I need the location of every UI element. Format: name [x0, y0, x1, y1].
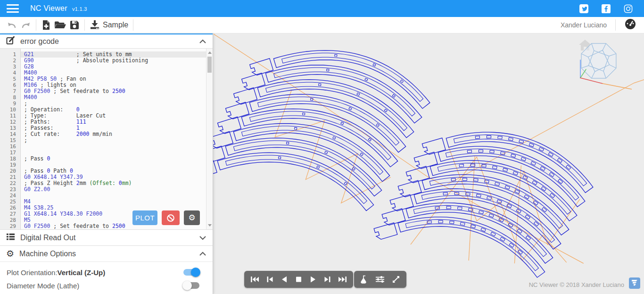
plot-button[interactable]: PLOT: [132, 210, 157, 225]
chevron-down-icon[interactable]: [199, 234, 206, 242]
cut-slot: [497, 200, 502, 203]
cut-slot: [487, 136, 491, 138]
code-line[interactable]: [24, 143, 213, 150]
code-line[interactable]: [24, 150, 213, 156]
toolbar-separator: [133, 19, 133, 31]
cut-path-head: [250, 59, 273, 75]
rapid-move-path: [447, 80, 644, 185]
step-forward-button[interactable]: [324, 275, 331, 284]
undo-button[interactable]: [5, 18, 19, 32]
cut-slot: [335, 54, 337, 56]
redo-button[interactable]: [19, 18, 33, 32]
social-links: [579, 4, 633, 13]
sample-label[interactable]: Sample: [103, 21, 128, 29]
code-line[interactable]: G28: [24, 64, 213, 70]
editor-scrollbar[interactable]: [206, 49, 213, 229]
cut-slot: [484, 180, 489, 183]
facebook-icon[interactable]: [602, 4, 611, 13]
code-line[interactable]: ;: [24, 137, 213, 143]
cut-slot: [365, 78, 368, 81]
cut-path-head: [242, 73, 265, 90]
orientation-cube-gizmo[interactable]: [570, 36, 632, 93]
cut-slot: [392, 94, 395, 97]
cut-slot: [438, 220, 443, 223]
editor-section-header[interactable]: error gcode: [0, 34, 213, 49]
cut-slot: [498, 136, 503, 139]
menu-icon[interactable]: [7, 4, 19, 13]
plot-viewport[interactable]: NC Viewer © 2018 Xander Luciano: [213, 34, 644, 294]
stop-button[interactable]: [295, 275, 302, 284]
test-flask-icon[interactable]: [360, 275, 368, 284]
cut-slot: [509, 137, 513, 141]
cut-slot: [325, 151, 328, 154]
code-line[interactable]: G90 ; Absolute positioning: [24, 58, 213, 64]
stop-plot-button[interactable]: [162, 210, 180, 225]
cut-slot: [459, 164, 463, 167]
plot-orientation-toggle[interactable]: [183, 269, 199, 276]
cut-slot: [492, 166, 497, 169]
dro-section-header[interactable]: Digital Read Out: [0, 229, 213, 245]
code-line[interactable]: ; Cut rate: 2000 mm/min: [24, 131, 213, 137]
dashboard-gauge-icon[interactable]: [624, 18, 636, 32]
machine-options-header[interactable]: ⚙ Machine Options: [0, 245, 213, 262]
scroll-down-arrow[interactable]: [208, 224, 212, 227]
instagram-icon[interactable]: [624, 4, 633, 13]
code-line[interactable]: M400: [24, 94, 213, 101]
machine-options-title: Machine Options: [19, 250, 76, 258]
toolbar-separator: [84, 19, 85, 31]
cut-slot: [511, 154, 516, 157]
chevron-up-icon[interactable]: [199, 250, 206, 258]
app-version: v1.1.3: [72, 6, 87, 12]
cut-slot: [333, 136, 336, 139]
copyright-text: NC Viewer © 2018 Xander Luciano: [529, 281, 624, 288]
editor-code[interactable]: G21 ; Set units to mmG90 ; Absolute posi…: [21, 49, 213, 229]
step-back-button[interactable]: [266, 275, 273, 284]
cut-slot: [360, 153, 363, 156]
cut-slot: [311, 98, 313, 100]
scroll-thumb[interactable]: [207, 57, 212, 73]
code-line[interactable]: ; Pass 0: [24, 156, 213, 162]
skip-to-start-button[interactable]: [250, 275, 259, 284]
cut-slot: [446, 206, 451, 209]
nc-viewer-app: NC Viewerv1.1.3 Sample Xander Luciano: [0, 0, 644, 294]
editor-title: error gcode: [20, 37, 59, 46]
cut-slot: [495, 182, 500, 185]
diameter-mode-row: Diameter Mode (Lathe): [0, 279, 213, 292]
code-line[interactable]: [24, 193, 213, 199]
download-sample-button[interactable]: [88, 18, 102, 32]
cut-slot: [443, 193, 447, 195]
cut-slot: [294, 127, 297, 129]
cut-slot: [344, 182, 347, 185]
save-button[interactable]: [67, 18, 82, 32]
settings-sliders-icon[interactable]: [375, 275, 385, 284]
cut-slot: [467, 150, 471, 153]
skip-to-end-button[interactable]: [338, 275, 347, 284]
play-reverse-button[interactable]: [281, 275, 288, 284]
cut-slot: [487, 196, 492, 200]
gcode-editor[interactable]: 1234567891011121314151617181920212223242…: [0, 49, 213, 229]
plot-settings-button[interactable]: ⚙: [184, 210, 200, 225]
cut-slot: [529, 143, 534, 147]
cut-slot: [482, 164, 487, 167]
cut-slot: [319, 84, 321, 85]
ncviewer-logo[interactable]: [629, 277, 640, 291]
code-line[interactable]: ; Pass Z Height 2mm (Offset: 0mm): [24, 180, 213, 186]
editor-actions: PLOT ⚙: [132, 210, 200, 225]
code-line[interactable]: G0 F2500 ; Set feedrate to 2500: [24, 88, 213, 94]
cut-slot: [341, 122, 344, 125]
code-line[interactable]: G0 Z2.00: [24, 186, 213, 193]
new-file-button[interactable]: [39, 18, 53, 32]
cut-slot: [376, 124, 379, 126]
twitter-icon[interactable]: [579, 4, 588, 13]
chevron-up-icon[interactable]: [199, 37, 206, 46]
cut-slot: [384, 109, 387, 112]
diameter-mode-toggle[interactable]: [183, 282, 199, 289]
play-button[interactable]: [309, 275, 317, 284]
editor-gutter: 1234567891011121314151617181920212223242…: [0, 49, 21, 229]
cut-path-head: [218, 117, 241, 134]
open-file-button[interactable]: [53, 18, 67, 32]
fullscreen-icon[interactable]: [392, 275, 400, 284]
cut-slot: [474, 178, 479, 181]
scroll-up-arrow[interactable]: [208, 51, 212, 54]
user-name[interactable]: Xander Luciano: [561, 21, 607, 29]
